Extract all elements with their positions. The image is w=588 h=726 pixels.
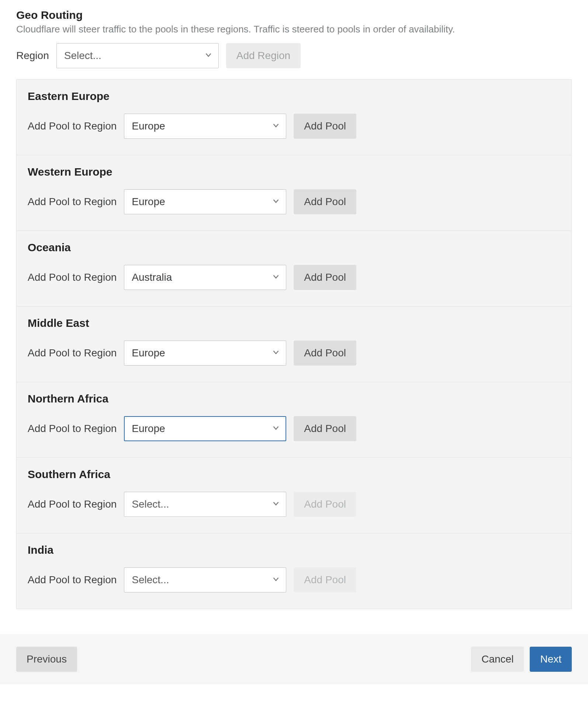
add-pool-button[interactable]: Add Pool [294,416,356,441]
add-pool-button[interactable]: Add Pool [294,265,356,290]
add-pool-row: Add Pool to RegionSelect...Add Pool [28,492,560,517]
add-pool-row: Add Pool to RegionEuropeAdd Pool [28,189,560,214]
pool-select-value: Europe [132,120,165,132]
region-name: Southern Africa [28,468,560,481]
region-block: Western EuropeAdd Pool to RegionEuropeAd… [17,155,571,231]
region-block: Northern AfricaAdd Pool to RegionEuropeA… [17,382,571,458]
region-label: Region [16,50,49,62]
pool-select-value: Select... [132,498,169,510]
pool-select[interactable]: Select... [124,492,286,517]
add-pool-to-region-label: Add Pool to Region [28,347,117,359]
add-pool-button[interactable]: Add Pool [294,114,356,139]
chevron-down-icon [272,574,280,586]
geo-routing-panel: Geo Routing Cloudflare will steer traffi… [0,0,588,684]
chevron-down-icon [272,120,280,132]
region-block: Middle EastAdd Pool to RegionEuropeAdd P… [17,307,571,382]
add-region-button[interactable]: Add Region [226,43,301,68]
pool-select[interactable]: Europe [124,189,286,214]
footer-right-group: Cancel Next [471,647,572,672]
region-select-value: Select... [64,50,101,62]
chevron-down-icon [272,272,280,283]
chevron-down-icon [204,50,212,62]
add-pool-button: Add Pool [294,567,356,592]
region-name: Eastern Europe [28,90,560,103]
add-pool-row: Add Pool to RegionEuropeAdd Pool [28,340,560,366]
region-name: Oceania [28,241,560,254]
pool-select-value: Europe [132,196,165,208]
page-subtitle: Cloudflare will steer traffic to the poo… [16,24,572,35]
region-name: Middle East [28,317,560,329]
pool-select-value: Australia [132,272,172,283]
pool-select[interactable]: Europe [124,340,286,366]
chevron-down-icon [272,423,280,435]
pool-select[interactable]: Europe [124,114,286,139]
page-title: Geo Routing [16,9,572,21]
region-block: IndiaAdd Pool to RegionSelect...Add Pool [17,533,571,609]
region-block: Eastern EuropeAdd Pool to RegionEuropeAd… [17,80,571,155]
footer-bar: Previous Cancel Next [0,634,588,684]
add-pool-to-region-label: Add Pool to Region [28,272,117,283]
region-name: Northern Africa [28,393,560,405]
add-pool-to-region-label: Add Pool to Region [28,574,117,586]
add-pool-button: Add Pool [294,492,356,517]
region-block: OceaniaAdd Pool to RegionAustraliaAdd Po… [17,231,571,307]
add-pool-row: Add Pool to RegionEuropeAdd Pool [28,416,560,441]
add-pool-row: Add Pool to RegionSelect...Add Pool [28,567,560,592]
add-pool-button[interactable]: Add Pool [294,340,356,366]
add-pool-to-region-label: Add Pool to Region [28,196,117,208]
pool-select[interactable]: Europe [124,416,286,441]
pool-select-value: Select... [132,574,169,586]
cancel-button[interactable]: Cancel [471,647,524,672]
region-name: India [28,544,560,556]
add-pool-to-region-label: Add Pool to Region [28,423,117,435]
pool-select-value: Europe [132,423,165,435]
pool-select-value: Europe [132,347,165,359]
region-select[interactable]: Select... [56,43,219,68]
pool-select[interactable]: Australia [124,265,286,290]
region-name: Western Europe [28,166,560,178]
add-pool-row: Add Pool to RegionAustraliaAdd Pool [28,265,560,290]
region-block: Southern AfricaAdd Pool to RegionSelect.… [17,458,571,533]
add-pool-row: Add Pool to RegionEuropeAdd Pool [28,114,560,139]
previous-button[interactable]: Previous [16,647,77,672]
add-pool-button[interactable]: Add Pool [294,189,356,214]
chevron-down-icon [272,498,280,510]
region-selector-row: Region Select... Add Region [16,43,572,68]
chevron-down-icon [272,196,280,208]
chevron-down-icon [272,347,280,359]
next-button[interactable]: Next [530,647,572,672]
region-list: Eastern EuropeAdd Pool to RegionEuropeAd… [16,79,572,609]
add-pool-to-region-label: Add Pool to Region [28,120,117,132]
pool-select[interactable]: Select... [124,567,286,592]
add-pool-to-region-label: Add Pool to Region [28,498,117,510]
